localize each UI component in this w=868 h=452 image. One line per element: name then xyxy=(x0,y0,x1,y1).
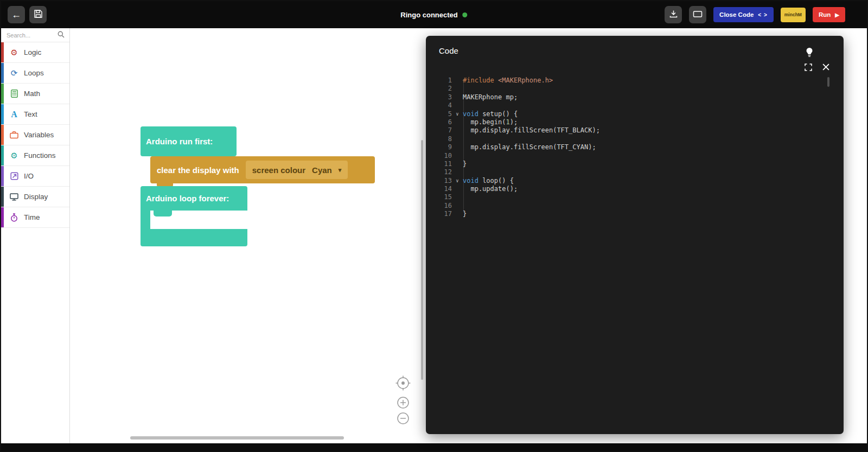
dropdown-value: Cyan xyxy=(312,165,332,175)
line-number: 15 xyxy=(426,193,452,201)
run-button[interactable]: Run ▶ xyxy=(813,7,845,22)
category-color-strip xyxy=(1,125,4,145)
fold-gutter xyxy=(452,143,463,151)
calculator-icon xyxy=(9,90,19,98)
screen-colour-dropdown[interactable]: screen colour Cyan ▾ xyxy=(246,161,348,179)
loop-block-foot xyxy=(141,229,247,246)
loop-block-spine xyxy=(141,211,150,229)
sidebar-category[interactable]: Math xyxy=(1,84,69,104)
line-number: 11 xyxy=(426,160,452,168)
code-line: 15 xyxy=(426,193,836,201)
line-number: 4 xyxy=(426,101,452,110)
code-text: mp.display.fillScreen(TFT_CYAN); xyxy=(463,143,596,151)
line-number: 1 xyxy=(426,77,452,85)
block-category-sidebar: ⚙ Logic ⟳ Loops Math A Text xyxy=(1,28,70,443)
zoom-out-button[interactable] xyxy=(394,410,412,427)
block-label: Arduino run first: xyxy=(146,137,213,146)
category-color-strip xyxy=(1,166,4,186)
close-code-button[interactable]: Close Code < > xyxy=(713,7,774,22)
fold-gutter xyxy=(452,152,463,160)
category-label: Variables xyxy=(24,131,54,139)
status-dot xyxy=(463,12,468,17)
window-bottom-frame xyxy=(1,443,867,451)
category-color-strip xyxy=(1,63,4,83)
line-number: 17 xyxy=(426,210,452,218)
category-color-strip xyxy=(1,187,4,207)
fold-gutter xyxy=(452,193,463,201)
line-number: 6 xyxy=(426,118,452,126)
loop-statement-notch xyxy=(154,211,172,217)
fullscreen-icon xyxy=(805,65,812,73)
fold-gutter xyxy=(452,77,463,85)
save-button[interactable] xyxy=(29,6,47,23)
vertical-scrollbar[interactable] xyxy=(421,140,423,380)
line-number: 9 xyxy=(426,143,452,151)
close-panel-button[interactable] xyxy=(821,63,830,72)
fold-chevron-icon[interactable]: ∨ xyxy=(452,177,463,185)
stopwatch-icon xyxy=(9,213,19,222)
dropdown-label: screen colour xyxy=(252,165,305,175)
topbar-right: Close Code < > minchM Run ▶ xyxy=(665,6,845,23)
search-input[interactable] xyxy=(7,32,55,39)
code-line: 14 mp.update(); xyxy=(426,185,836,193)
code-line: 16 xyxy=(426,202,836,210)
code-text: mp.begin(1); xyxy=(463,118,518,126)
line-number: 5 xyxy=(426,110,452,118)
close-code-label: Close Code xyxy=(719,11,754,18)
fold-gutter xyxy=(452,93,463,101)
sidebar-category[interactable]: ⚙ Logic xyxy=(1,42,69,63)
sidebar-category[interactable]: Time xyxy=(1,207,69,228)
code-panel: Code 1#include <MAKERphone.h>23MAKERphon… xyxy=(426,36,844,434)
fold-gutter xyxy=(452,85,463,93)
block-label: Arduino loop forever: xyxy=(146,194,229,203)
code-text: void loop() { xyxy=(463,177,514,185)
code-text: #include <MAKERphone.h> xyxy=(463,77,553,85)
code-line: 6 mp.begin(1); xyxy=(426,118,836,126)
line-number: 3 xyxy=(426,93,452,101)
sidebar-category[interactable]: I/O xyxy=(1,166,69,187)
play-icon: ▶ xyxy=(835,12,839,18)
code-line: 5∨void setup() { xyxy=(426,110,836,118)
io-arrow-icon xyxy=(9,172,19,180)
back-button[interactable]: ← xyxy=(8,6,25,23)
sidebar-category[interactable]: A Text xyxy=(1,104,69,125)
zoom-reset-button[interactable] xyxy=(394,374,412,392)
block-arduino-run-first[interactable]: Arduino run first: xyxy=(141,126,237,156)
code-lines: 1#include <MAKERphone.h>23MAKERphone mp;… xyxy=(426,77,836,431)
code-text: mp.update(); xyxy=(463,185,518,193)
code-line: 9 mp.display.fillScreen(TFT_CYAN); xyxy=(426,143,836,151)
code-line: 2 xyxy=(426,85,836,93)
sidebar-category[interactable]: Display xyxy=(1,187,69,207)
code-line: 4 xyxy=(426,101,836,110)
serial-monitor-button[interactable] xyxy=(689,6,706,23)
block-label: clear the display with xyxy=(157,165,239,175)
line-number: 10 xyxy=(426,152,452,160)
fold-gutter xyxy=(452,101,463,110)
display-monitor-icon xyxy=(9,193,19,201)
sidebar-category[interactable]: Variables xyxy=(1,125,69,145)
zoom-in-button[interactable] xyxy=(394,394,412,411)
horizontal-scrollbar[interactable] xyxy=(130,436,344,440)
fullscreen-button[interactable] xyxy=(804,63,813,72)
sidebar-category[interactable]: ⟳ Loops xyxy=(1,63,69,84)
sidebar-category[interactable]: ⚙ Functions xyxy=(1,145,69,166)
line-number: 7 xyxy=(426,126,452,135)
block-clear-display[interactable]: clear the display with screen colour Cya… xyxy=(150,156,375,183)
category-label: Display xyxy=(24,193,48,201)
code-line: 12 xyxy=(426,168,836,176)
letter-a-icon: A xyxy=(9,110,19,119)
fold-chevron-icon[interactable]: ∨ xyxy=(452,110,463,118)
loop-arrows-icon: ⟳ xyxy=(9,69,19,77)
category-label: Text xyxy=(24,110,37,118)
fold-gutter xyxy=(452,160,463,168)
search-row xyxy=(1,28,69,42)
code-text: MAKERphone mp; xyxy=(463,93,518,101)
export-download-button[interactable] xyxy=(665,6,682,23)
code-text: mp.display.fillScreen(TFT_BLACK); xyxy=(463,126,600,135)
category-color-strip xyxy=(1,207,4,227)
code-scrollbar-thumb[interactable] xyxy=(827,77,829,87)
sketch-button[interactable]: minchM xyxy=(781,8,806,22)
status-text: Ringo connected xyxy=(400,11,457,19)
floppy-disk-icon xyxy=(34,9,43,20)
line-number: 8 xyxy=(426,135,452,143)
